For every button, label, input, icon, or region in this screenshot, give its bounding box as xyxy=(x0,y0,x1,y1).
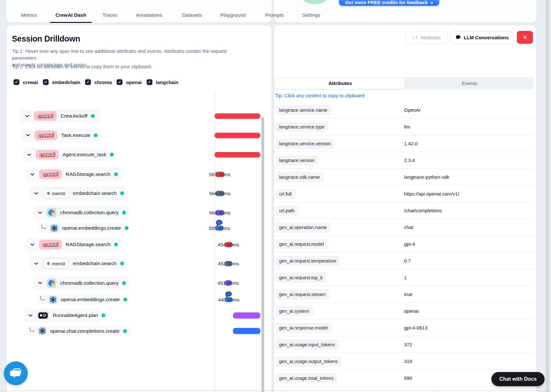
attribute-key[interactable]: langtrace.sdk.name xyxy=(275,172,324,182)
chevron-down-icon[interactable] xyxy=(34,191,39,196)
span-row-openai.chat.completions.create[interactable]: openai.chat.completions.create xyxy=(27,326,131,336)
span-row-RunnableAgent.plan[interactable]: RunnableAgent.plan xyxy=(24,309,101,322)
attribute-value[interactable]: 690 xyxy=(404,375,412,381)
expand-toggle[interactable] xyxy=(38,281,43,285)
chevron-down-icon[interactable] xyxy=(25,114,30,119)
filter-langchain[interactable]: ✓langchain xyxy=(147,79,179,85)
tab-events[interactable]: Events xyxy=(405,77,534,90)
span-bar-RunnableAgent.plan[interactable] xyxy=(233,312,260,319)
chevron-down-icon[interactable] xyxy=(34,261,39,266)
attribute-key[interactable]: gen_ai.request.top_k xyxy=(275,272,326,283)
attribute-key[interactable]: gen_ai.request.temperature xyxy=(275,256,340,266)
span-row-chromadb.collection.query[interactable]: chromadb.collection.query xyxy=(33,206,130,220)
chevron-down-icon[interactable] xyxy=(30,242,35,247)
checkbox-checked[interactable]: ✓ xyxy=(14,79,19,85)
expand-toggle[interactable] xyxy=(25,133,30,138)
attribute-value[interactable]: 2.3.4 xyxy=(404,158,415,163)
span-row-openai.embeddings.create[interactable]: openai.embeddings.create xyxy=(38,223,128,233)
credits-button[interactable]: Get more FREE credits for feedback » xyxy=(339,0,439,6)
tab-traces[interactable]: Traces xyxy=(102,12,118,18)
attribute-key[interactable]: gen_ai.usage.total_tokens xyxy=(275,373,337,383)
attribute-key[interactable]: langtrace.service.version xyxy=(275,139,334,149)
attribute-key[interactable]: gen_ai.usage.input_tokens xyxy=(275,339,339,350)
attribute-key[interactable]: langtrace.service.name xyxy=(275,105,331,115)
attribute-value[interactable]: gpt-4 xyxy=(404,241,415,247)
attribute-value[interactable]: /chat/completions xyxy=(404,208,442,213)
left-panel-scrollbar[interactable] xyxy=(261,117,264,392)
checkbox-checked[interactable]: ✓ xyxy=(147,79,152,85)
attribute-key[interactable]: gen_ai.response.model xyxy=(275,323,332,333)
span-row-RAGStorage.search[interactable]: crewaiRAGStorage.search xyxy=(25,237,122,252)
span-row-embedchain.search[interactable]: ✻mem0embedchain.search xyxy=(29,256,126,271)
attribute-value[interactable]: 0.7 xyxy=(404,258,411,263)
tab-crewai-dash[interactable]: CrewAI Dash xyxy=(55,12,86,18)
tab-annotations[interactable]: Annotations xyxy=(136,12,162,18)
chevron-down-icon[interactable] xyxy=(27,152,32,157)
span-bar-Task.execute[interactable] xyxy=(215,133,260,138)
span-row-openai.embeddings.create[interactable]: openai.embeddings.create xyxy=(37,295,125,304)
checkbox-checked[interactable]: ✓ xyxy=(85,79,91,85)
close-button[interactable]: ✕ xyxy=(517,31,533,44)
attribute-key[interactable]: langtrace.version xyxy=(275,155,318,166)
tab-datasets[interactable]: Datasets xyxy=(182,12,202,18)
expand-toggle[interactable] xyxy=(34,191,39,196)
attribute-key[interactable]: gen_ai.request.model xyxy=(275,239,328,249)
expand-toggle[interactable] xyxy=(30,172,35,177)
attribute-key[interactable]: gen_ai.usage.output_tokens xyxy=(275,356,342,367)
chat-with-docs-button[interactable]: Chat with Docs xyxy=(491,372,545,386)
span-bar-openai.chat.completions.create[interactable] xyxy=(233,328,260,334)
expand-toggle[interactable] xyxy=(25,114,30,119)
chevron-down-icon[interactable] xyxy=(38,210,43,215)
tab-prompts[interactable]: Prompts xyxy=(265,12,284,18)
attribute-key[interactable]: gen_ai.request.stream xyxy=(275,289,329,300)
tab-playground[interactable]: Playground xyxy=(220,12,246,18)
filter-embedchain[interactable]: ✓embedchain xyxy=(43,79,81,85)
tab-metrics[interactable]: Metrics xyxy=(21,12,37,18)
expand-toggle[interactable] xyxy=(27,152,32,157)
attribute-value[interactable]: langtrace-python-sdk xyxy=(404,174,449,180)
chevron-down-icon[interactable] xyxy=(25,133,30,138)
attribute-value[interactable]: gpt-4-0613 xyxy=(404,325,428,330)
attribute-key[interactable]: gen_ai.operation.name xyxy=(275,222,331,233)
filter-chroma[interactable]: ✓chroma xyxy=(85,79,112,85)
llm-conversations-button[interactable]: LLM Conversations xyxy=(451,31,514,44)
attribute-key[interactable]: gen_ai.system xyxy=(275,306,313,316)
span-row-chromadb.collection.query[interactable]: chromadb.collection.query xyxy=(33,276,130,290)
attribute-value[interactable]: openai xyxy=(404,308,419,314)
filter-crewai[interactable]: ✓crewai xyxy=(14,79,38,85)
attribute-value[interactable]: 318 xyxy=(404,359,412,364)
attribute-value[interactable]: 1 xyxy=(404,275,407,280)
expand-toggle[interactable] xyxy=(30,242,35,247)
expand-toggle[interactable] xyxy=(28,313,33,318)
attribute-value[interactable]: OpenAI xyxy=(404,107,420,113)
expand-toggle[interactable] xyxy=(38,210,43,215)
span-row-Agent.execute_task[interactable]: crewaiAgent.execute_task xyxy=(22,148,108,161)
chevron-down-icon[interactable] xyxy=(28,313,33,318)
chat-launcher-button[interactable] xyxy=(4,361,28,385)
attribute-value[interactable]: llm xyxy=(404,124,410,129)
checkbox-checked[interactable]: ✓ xyxy=(43,79,49,85)
attribute-key[interactable]: url.full xyxy=(275,189,295,199)
chevron-down-icon[interactable] xyxy=(38,281,43,285)
attribute-key[interactable]: langtrace.service.type xyxy=(275,122,328,132)
chevron-down-icon[interactable] xyxy=(30,172,35,177)
attribute-value[interactable]: https://api.openai.com/v1/ xyxy=(404,191,459,196)
attributes-code-button[interactable]: ⟨ ⟩ Attributes xyxy=(406,31,448,44)
tab-settings[interactable]: Settings xyxy=(302,12,320,18)
attribute-key[interactable]: url.path xyxy=(275,206,298,216)
filter-openai[interactable]: ✓openai xyxy=(117,79,141,85)
expand-toggle[interactable] xyxy=(34,261,39,266)
attribute-value[interactable]: 1.42.0 xyxy=(404,141,418,146)
checkbox-checked[interactable]: ✓ xyxy=(117,79,122,85)
tab-attributes[interactable]: Attributes xyxy=(276,78,405,89)
span-bar-Agent.execute_task[interactable] xyxy=(215,152,260,158)
attribute-value[interactable]: 372 xyxy=(404,342,412,347)
span-row-RAGStorage.search[interactable]: crewaiRAGStorage.search xyxy=(25,167,122,181)
attribute-value[interactable]: true xyxy=(404,292,412,297)
attribute-value[interactable]: chat xyxy=(404,225,413,230)
span-row-Task.execute[interactable]: crewaiTask.execute xyxy=(21,128,99,142)
page-scrollbar[interactable] xyxy=(546,0,549,392)
span-row-embedchain.search[interactable]: ✻mem0embedchain.search xyxy=(29,186,126,200)
span-bar-Crew.kickoff[interactable] xyxy=(215,113,260,119)
span-row-Crew.kickoff[interactable]: crewaiCrew.kickoff xyxy=(20,109,100,123)
